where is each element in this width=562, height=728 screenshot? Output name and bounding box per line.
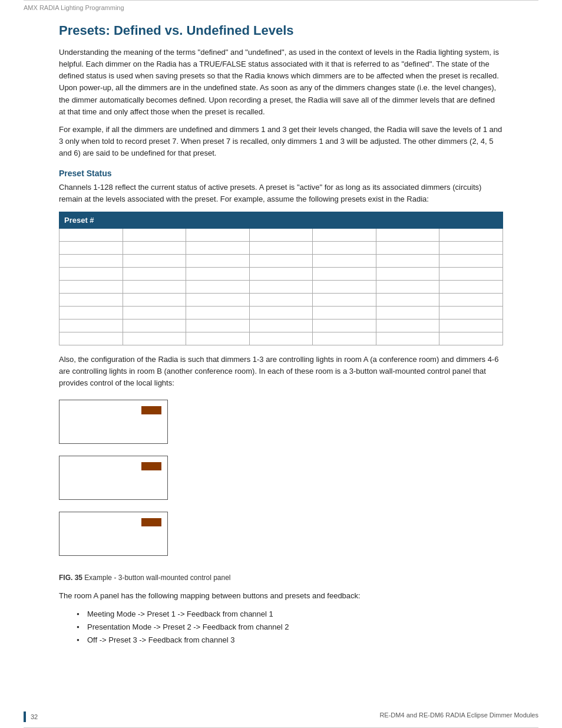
control-panel-3 [59, 512, 168, 556]
figure-caption-text: Example - 3-button wall-mounted control … [84, 574, 230, 582]
section-text: Channels 1-128 reflect the current statu… [59, 182, 503, 205]
footer-right-label: RE-DM4 and RE-DM6 RADIA Eclipse Dimmer M… [379, 711, 538, 722]
table-cell [313, 267, 376, 280]
section-heading: Preset Status [59, 169, 503, 178]
table-row [59, 319, 503, 332]
panel-button-1 [141, 406, 161, 414]
table-cell [313, 293, 376, 306]
table-cell [123, 241, 186, 254]
table-cell [313, 254, 376, 267]
figure-caption: FIG. 35 Example - 3-button wall-mounted … [59, 574, 503, 582]
table-cell [59, 306, 123, 319]
table-row [59, 241, 503, 254]
table-cell [249, 241, 313, 254]
table-cell [186, 280, 250, 293]
table-cell [439, 293, 503, 306]
page-accent [24, 711, 26, 722]
table-cell [376, 319, 439, 332]
table-row [59, 254, 503, 267]
table-header: Preset # [59, 212, 503, 228]
table-cell [123, 332, 186, 345]
figure-area [59, 400, 503, 568]
page-number-box: 32 [24, 711, 38, 722]
table-cell [249, 267, 313, 280]
table-cell [439, 254, 503, 267]
table-cell [186, 228, 250, 241]
page: AMX RADIA Lighting Programming Presets: … [0, 0, 562, 728]
table-row [59, 306, 503, 319]
table-cell [439, 228, 503, 241]
paragraph-2: For example, if all the dimmers are unde… [59, 124, 503, 159]
table-cell [123, 293, 186, 306]
content-area: Presets: Defined vs. Undefined Levels Un… [0, 11, 562, 675]
bullet-list: Meeting Mode -> Preset 1 -> Feedback fro… [77, 608, 503, 647]
table-cell [313, 280, 376, 293]
table-cell [376, 293, 439, 306]
table-cell [186, 293, 250, 306]
table-cell [313, 241, 376, 254]
table-cell [439, 267, 503, 280]
table-cell [249, 280, 313, 293]
table-cell [249, 332, 313, 345]
table-cell [439, 241, 503, 254]
table-cell [123, 228, 186, 241]
table-cell [59, 254, 123, 267]
room-a-text: The room A panel has the following mappi… [59, 590, 503, 602]
table-cell [123, 267, 186, 280]
table-cell [376, 306, 439, 319]
table-cell [186, 267, 250, 280]
table-cell [439, 319, 503, 332]
table-cell [59, 293, 123, 306]
table-cell [186, 254, 250, 267]
table-cell [59, 280, 123, 293]
panel-button-3 [141, 518, 161, 526]
table-cell [376, 241, 439, 254]
table-row [59, 267, 503, 280]
table-cell [376, 332, 439, 345]
list-item: Presentation Mode -> Preset 2 -> Feedbac… [77, 621, 503, 634]
table-cell [123, 306, 186, 319]
table-cell [249, 293, 313, 306]
table-cell [439, 306, 503, 319]
table-row [59, 293, 503, 306]
table-cell [376, 280, 439, 293]
table-cell [249, 319, 313, 332]
table-cell [59, 319, 123, 332]
preset-table: Preset # [59, 212, 503, 345]
control-panel-1 [59, 400, 168, 444]
page-number: 32 [31, 713, 38, 720]
table-cell [313, 319, 376, 332]
panel-button-2 [141, 462, 161, 470]
table-row [59, 228, 503, 241]
table-cell [376, 254, 439, 267]
table-cell [59, 267, 123, 280]
table-cell [249, 254, 313, 267]
paragraph-1: Understanding the meaning of the terms "… [59, 47, 503, 118]
table-cell [376, 267, 439, 280]
table-cell [439, 280, 503, 293]
table-cell [123, 280, 186, 293]
table-cell [123, 254, 186, 267]
table-cell [186, 332, 250, 345]
table-row [59, 332, 503, 345]
table-cell [313, 332, 376, 345]
header-label: AMX RADIA Lighting Programming [0, 1, 562, 11]
table-row [59, 280, 503, 293]
table-cell [249, 228, 313, 241]
control-panel-2 [59, 456, 168, 500]
table-cell [249, 306, 313, 319]
footer-bar: 32 RE-DM4 and RE-DM6 RADIA Eclipse Dimme… [0, 711, 562, 722]
table-cell [439, 332, 503, 345]
figure-number: FIG. 35 [59, 574, 82, 582]
table-cell [186, 241, 250, 254]
table-cell [376, 228, 439, 241]
table-cell [186, 306, 250, 319]
list-item: Off -> Preset 3 -> Feedback from channel… [77, 634, 503, 647]
table-cell [313, 306, 376, 319]
table-cell [123, 319, 186, 332]
table-cell [313, 228, 376, 241]
page-title: Presets: Defined vs. Undefined Levels [59, 23, 503, 38]
table-cell [186, 319, 250, 332]
list-item: Meeting Mode -> Preset 1 -> Feedback fro… [77, 608, 503, 621]
table-cell [59, 332, 123, 345]
